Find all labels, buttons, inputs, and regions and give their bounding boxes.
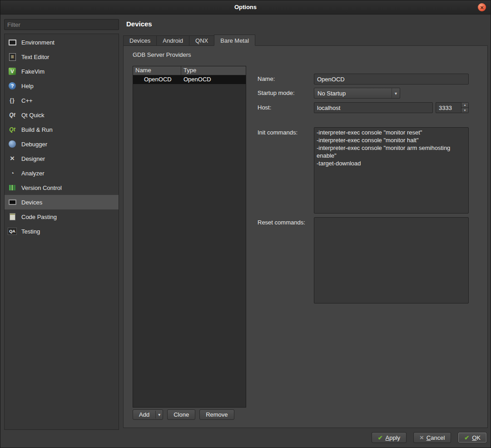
ok-check-icon [464, 434, 469, 441]
sidebar-item-label: Testing [21, 228, 40, 235]
sidebar-item-help[interactable]: Help [5, 79, 119, 93]
clone-button[interactable]: Clone [167, 409, 195, 420]
code-pasting-icon [7, 212, 17, 222]
qt-quick-icon [7, 110, 17, 120]
sidebar-item-label: Build & Run [21, 126, 53, 133]
host-label: Host: [258, 102, 271, 113]
sidebar-item-label: Devices [21, 199, 42, 206]
sidebar-item-label: Code Pasting [21, 214, 57, 220]
port-field[interactable] [436, 102, 461, 113]
title-bar[interactable]: Options [0, 0, 491, 15]
add-dropdown-arrow-icon[interactable] [155, 411, 163, 418]
sidebar-item-designer[interactable]: Designer [5, 151, 119, 166]
sidebar-item-label: Analyzer [21, 170, 45, 177]
cancel-button[interactable]: Cancel [413, 432, 451, 443]
sidebar-item-label: C++ [21, 97, 33, 104]
table-button-row: Add Clone Remove [133, 409, 234, 420]
sidebar-item-label: Debugger [21, 141, 47, 148]
devices-icon [7, 197, 17, 207]
name-label: Name: [258, 74, 275, 85]
sidebar-item-version-control[interactable]: Version Control [5, 180, 119, 195]
sidebar-item-cpp[interactable]: C++ [5, 93, 119, 108]
analyzer-icon [7, 168, 17, 178]
init-commands-label: Init commands: [258, 127, 298, 138]
clone-button-label: Clone [174, 411, 189, 418]
sidebar-item-label: Qt Quick [21, 112, 45, 119]
designer-icon [7, 154, 17, 164]
environment-icon [7, 37, 17, 47]
cancel-button-label: Cancel [427, 434, 445, 441]
cancel-x-icon [420, 434, 424, 441]
debugger-icon [7, 139, 17, 149]
build-run-icon [7, 124, 17, 134]
sidebar-item-label: Text Editor [21, 54, 49, 60]
port-stepper-buttons [461, 102, 469, 113]
apply-check-icon [378, 434, 383, 441]
sidebar-item-build-run[interactable]: Build & Run [5, 122, 119, 137]
apply-button-label: Apply [386, 434, 401, 441]
group-title: GDB Server Providers [133, 51, 191, 58]
sidebar-item-qt-quick[interactable]: Qt Quick [5, 108, 119, 122]
apply-button[interactable]: Apply [372, 432, 407, 443]
dialog-button-box: Apply Cancel OK [372, 432, 487, 443]
text-editor-icon [7, 52, 17, 62]
page-title: Devices [126, 20, 152, 28]
provider-type-cell: OpenOCD [181, 75, 246, 84]
close-icon[interactable] [478, 3, 486, 11]
tab-devices[interactable]: Devices [123, 35, 157, 46]
sidebar-item-testing[interactable]: Testing [5, 224, 119, 239]
remove-button[interactable]: Remove [199, 409, 234, 420]
provider-name-cell: OpenOCD [133, 75, 181, 84]
help-icon [7, 81, 17, 91]
filter-input[interactable] [4, 19, 119, 30]
remove-button-label: Remove [206, 411, 228, 418]
spin-down-icon[interactable] [461, 108, 468, 113]
reset-commands-field[interactable] [314, 217, 469, 304]
startup-mode-value: No Startup [317, 90, 346, 97]
host-field[interactable] [314, 102, 433, 113]
sidebar-item-label: FakeVim [21, 68, 45, 75]
sidebar-item-analyzer[interactable]: Analyzer [5, 166, 119, 180]
ok-button[interactable]: OK [458, 432, 487, 443]
reset-commands-label: Reset commands: [258, 217, 305, 228]
column-header-name[interactable]: Name [133, 66, 181, 75]
testing-icon [7, 226, 17, 236]
tab-android[interactable]: Android [156, 35, 189, 46]
add-button-label: Add [139, 411, 149, 418]
init-commands-field[interactable] [314, 127, 469, 214]
sidebar-item-debugger[interactable]: Debugger [5, 137, 119, 151]
sidebar-item-fakevim[interactable]: FakeVim [5, 64, 119, 79]
chevron-down-icon [392, 88, 400, 98]
table-row[interactable]: OpenOCD OpenOCD [133, 75, 246, 84]
table-header: Name Type [133, 66, 246, 75]
bare-metal-panel: GDB Server Providers Name Type OpenOCD O… [123, 45, 488, 428]
tab-bare-metal[interactable]: Bare Metal [214, 35, 255, 46]
startup-mode-label: Startup mode: [258, 88, 295, 99]
sidebar-item-environment[interactable]: Environment [5, 35, 119, 50]
sidebar-item-label: Environment [21, 39, 55, 46]
device-tabs: Devices Android QNX Bare Metal [123, 35, 255, 46]
column-header-type[interactable]: Type [181, 66, 246, 75]
add-button[interactable]: Add [133, 409, 163, 420]
startup-mode-select[interactable]: No Startup [314, 88, 400, 99]
fakevim-icon [7, 66, 17, 76]
sidebar-item-text-editor[interactable]: Text Editor [5, 50, 119, 64]
sidebar-item-label: Help [21, 83, 34, 90]
sidebar-item-label: Version Control [21, 184, 62, 191]
cpp-icon [7, 95, 17, 105]
providers-table: Name Type OpenOCD OpenOCD [133, 66, 246, 408]
version-control-icon [7, 183, 17, 193]
spin-up-icon[interactable] [461, 103, 468, 108]
options-dialog: Options Environment Text Editor FakeVim … [0, 0, 491, 448]
tab-qnx[interactable]: QNX [189, 35, 214, 46]
sidebar-item-code-pasting[interactable]: Code Pasting [5, 209, 119, 224]
port-stepper [436, 102, 469, 113]
name-field[interactable] [314, 74, 469, 85]
ok-button-label: OK [472, 434, 481, 441]
sidebar-item-label: Designer [21, 155, 45, 162]
sidebar-item-devices[interactable]: Devices [5, 195, 119, 209]
window-title: Options [0, 0, 491, 14]
category-list: Environment Text Editor FakeVim Help C++… [4, 34, 119, 430]
